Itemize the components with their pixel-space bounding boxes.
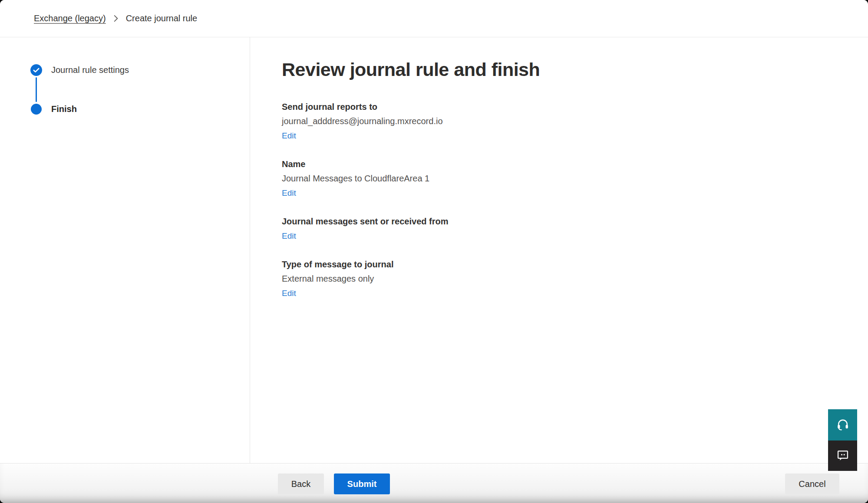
- section-label: Type of message to journal: [282, 257, 842, 272]
- stepper-step-finish[interactable]: Finish: [30, 103, 250, 115]
- cancel-button[interactable]: Cancel: [785, 473, 839, 494]
- page-title: Review journal rule and finish: [282, 59, 842, 80]
- create-journal-rule-window: Exchange (legacy) Create journal rule Jo…: [0, 0, 868, 503]
- review-section-send-journal-reports-to: Send journal reports to journal_adddress…: [282, 100, 842, 143]
- step-current-dot-icon: [30, 103, 42, 115]
- edit-link[interactable]: Edit: [282, 128, 296, 143]
- headset-icon: [836, 418, 850, 433]
- wizard-stepper: Journal rule settings Finish: [0, 37, 250, 463]
- back-button[interactable]: Back: [278, 473, 324, 494]
- breadcrumb-current: Create journal rule: [126, 13, 198, 23]
- submit-button[interactable]: Submit: [334, 473, 390, 494]
- wizard-footer: Back Submit Cancel: [0, 463, 868, 503]
- section-label: Send journal reports to: [282, 100, 842, 114]
- floating-action-buttons: [828, 409, 857, 471]
- edit-link[interactable]: Edit: [282, 286, 296, 300]
- section-value: External messages only: [282, 272, 842, 286]
- stepper-step-journal-rule-settings[interactable]: Journal rule settings: [30, 64, 250, 76]
- step-completed-check-icon: [30, 64, 42, 76]
- stepper-connector-line: [36, 77, 37, 102]
- chat-bubble-icon: [836, 448, 850, 464]
- step-label: Journal rule settings: [51, 65, 129, 75]
- edit-link[interactable]: Edit: [282, 229, 296, 243]
- help-support-button[interactable]: [828, 409, 857, 441]
- breadcrumb-chevron-icon: [114, 15, 118, 22]
- edit-link[interactable]: Edit: [282, 186, 296, 200]
- breadcrumb: Exchange (legacy) Create journal rule: [0, 0, 868, 37]
- section-label: Name: [282, 157, 842, 171]
- review-panel: Review journal rule and finish Send jour…: [250, 37, 868, 463]
- section-value: journal_adddress@journaling.mxrecord.io: [282, 114, 842, 128]
- review-section-name: Name Journal Messages to CloudflareArea …: [282, 157, 842, 200]
- review-section-type-of-message-to-journal: Type of message to journal External mess…: [282, 257, 842, 300]
- review-section-journal-messages-sent-or-received-from: Journal messages sent or received from E…: [282, 214, 842, 243]
- section-label: Journal messages sent or received from: [282, 214, 842, 229]
- breadcrumb-exchange-legacy-link[interactable]: Exchange (legacy): [34, 13, 106, 23]
- feedback-button[interactable]: [828, 441, 857, 471]
- section-value: Journal Messages to CloudflareArea 1: [282, 171, 842, 186]
- wizard-body: Journal rule settings Finish Review jour…: [0, 37, 868, 463]
- step-label: Finish: [51, 104, 77, 114]
